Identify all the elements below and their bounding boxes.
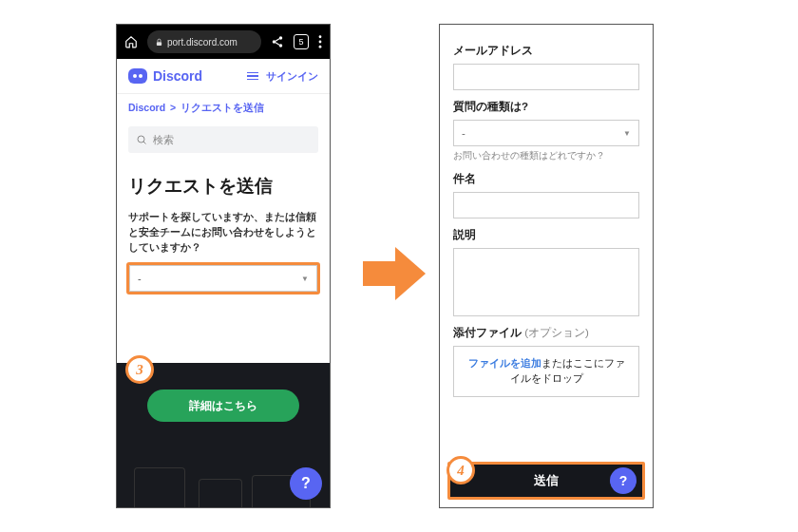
url-text: port.discord.com — [167, 37, 238, 48]
question-type-hint: お問い合わせの種類はどれですか？ — [453, 150, 639, 162]
svg-rect-0 — [157, 42, 162, 46]
help-fab[interactable]: ? — [610, 467, 636, 494]
add-file-link[interactable]: ファイルを追加 — [468, 357, 542, 369]
dark-footer: 詳細はこちら ? — [117, 363, 330, 507]
support-question-label: サポートを探していますか、または信頼と安全チームにお問い合わせをしようとしていま… — [117, 204, 330, 255]
hamburger-icon[interactable] — [247, 72, 258, 81]
share-icon[interactable] — [271, 35, 284, 48]
svg-point-7 — [138, 136, 144, 142]
svg-point-6 — [319, 46, 322, 48]
chevron-down-icon: ▼ — [301, 275, 309, 283]
search-placeholder: 検索 — [153, 133, 174, 147]
submit-button[interactable]: 送信 ? — [450, 465, 642, 497]
description-label: 説明 — [453, 228, 639, 242]
svg-point-4 — [319, 35, 322, 38]
description-field[interactable] — [453, 248, 639, 316]
submit-highlight: 送信 ? — [447, 462, 645, 500]
search-input[interactable]: 検索 — [128, 126, 318, 153]
support-type-select-highlight: - ▼ — [126, 262, 320, 294]
brand[interactable]: Discord — [128, 68, 202, 84]
page-title: リクエストを送信 — [117, 162, 330, 204]
subject-field[interactable] — [453, 192, 639, 218]
svg-point-2 — [273, 40, 276, 44]
url-bar[interactable]: port.discord.com — [147, 30, 261, 53]
browser-bar: port.discord.com 5 — [117, 25, 330, 59]
signin-link[interactable]: サインイン — [266, 69, 318, 84]
step-arrow-icon — [363, 247, 429, 300]
brand-text: Discord — [153, 68, 202, 84]
discord-logo-icon — [128, 68, 147, 84]
help-fab[interactable]: ? — [290, 467, 322, 500]
kebab-menu-icon[interactable] — [318, 35, 322, 48]
support-type-select[interactable]: - ▼ — [129, 265, 317, 292]
details-button[interactable]: 詳細はこちら — [147, 390, 299, 422]
chevron-down-icon: ▼ — [623, 129, 631, 138]
lock-icon — [155, 38, 163, 47]
svg-point-5 — [319, 41, 322, 44]
request-form: メールアドレス 質問の種類は? - ▼ お問い合わせの種類はどれですか？ 件名 … — [440, 25, 653, 407]
breadcrumb: Discord > リクエストを送信 — [117, 94, 330, 123]
subject-label: 件名 — [453, 172, 639, 186]
site-header: Discord サインイン — [117, 59, 330, 94]
left-phone-frame: port.discord.com 5 Discord サインイン Discord… — [116, 24, 331, 508]
question-type-value: - — [462, 127, 466, 139]
step-badge-4: 4 — [446, 456, 475, 484]
breadcrumb-root[interactable]: Discord — [128, 102, 165, 113]
email-label: メールアドレス — [453, 44, 639, 58]
breadcrumb-current: リクエストを送信 — [180, 102, 264, 113]
question-type-label: 質問の種類は? — [453, 100, 639, 114]
attachment-label: 添付ファイル (オプション) — [453, 326, 639, 340]
svg-line-8 — [143, 142, 146, 144]
device-silhouette — [134, 467, 185, 507]
device-silhouette — [199, 479, 242, 507]
step-badge-3: 3 — [125, 355, 154, 384]
tab-count[interactable]: 5 — [294, 34, 309, 49]
search-icon — [136, 134, 147, 145]
svg-point-3 — [279, 44, 283, 48]
email-field[interactable] — [453, 64, 639, 90]
svg-point-1 — [279, 36, 283, 40]
right-phone-frame: メールアドレス 質問の種類は? - ▼ お問い合わせの種類はどれですか？ 件名 … — [439, 24, 654, 508]
attachment-dropzone[interactable]: ファイルを追加またはここにファイルをドロップ — [453, 346, 639, 397]
breadcrumb-sep: > — [170, 102, 176, 113]
support-type-value: - — [138, 273, 142, 284]
home-icon[interactable] — [124, 35, 138, 48]
question-type-select[interactable]: - ▼ — [453, 120, 639, 146]
